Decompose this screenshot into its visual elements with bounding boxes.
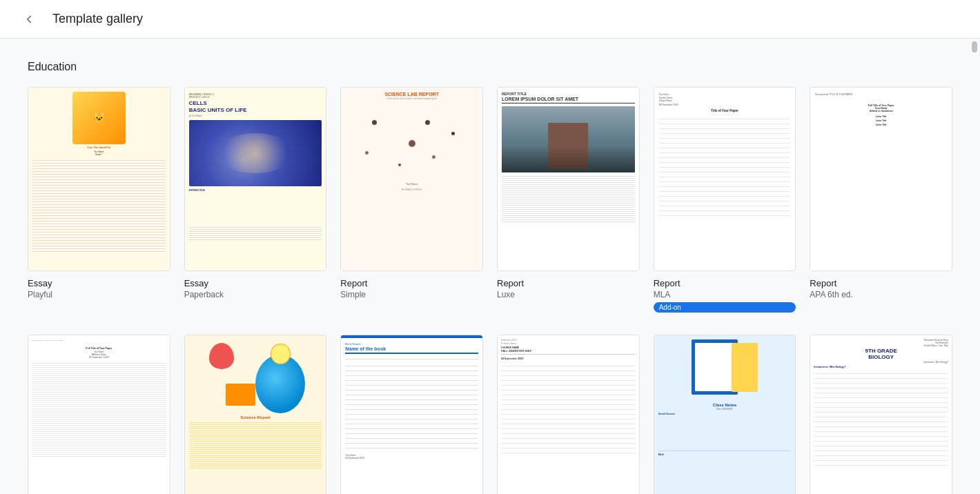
- template-card-report-apa6[interactable]: Running head: TITLE OF YOUR PAPER Full T…: [810, 87, 952, 313]
- template-sub: Luxe: [497, 290, 640, 299]
- template-card-report-luxe[interactable]: REPORT TITLE LOREM IPSUM DOLOR SIT AMET …: [497, 87, 640, 313]
- thumbnail-classnotes-paperback: Brookside School for BoysFall SemesterSt…: [810, 335, 952, 494]
- template-name: Report: [810, 278, 952, 288]
- add-on-badge: Add-on: [654, 302, 796, 313]
- template-name: Report: [340, 278, 483, 288]
- template-card-classnotes-playful[interactable]: Class Notes Date: 09/09/20XX Social Scie…: [654, 335, 796, 494]
- education-row-1: 🐱 Cat: The Ideal Pet Your NameGrade 7 Es…: [28, 87, 952, 313]
- template-card-classnotes-luxe[interactable]: September 20XXProfessor Name COURSE NAME…: [497, 335, 640, 494]
- back-icon: [23, 13, 35, 26]
- template-sub: Paperback: [184, 290, 327, 299]
- template-sub: Playful: [28, 290, 170, 299]
- education-row-2: Running head: TITLE OF YOUR PAPER Full T…: [28, 335, 952, 494]
- template-sub: APA 6th ed.: [810, 290, 952, 299]
- thumbnail-report-playful: Science Report: [184, 335, 327, 494]
- template-name: Report: [654, 278, 796, 288]
- template-card-book-report[interactable]: Book Report Name of the book Your Name 6…: [340, 335, 483, 494]
- back-button[interactable]: [17, 7, 41, 32]
- template-name: Essay: [184, 278, 327, 288]
- thumbnail-report-apa7: Running head: TITLE OF YOUR PAPER Full T…: [28, 335, 170, 494]
- thumbnail-report-mla: Your NameTeacher NameSubject Name DD Sep…: [654, 87, 796, 271]
- template-card-classnotes-paperback[interactable]: Brookside School for BoysFall SemesterSt…: [810, 335, 952, 494]
- template-card-report-apa7[interactable]: Running head: TITLE OF YOUR PAPER Full T…: [28, 335, 170, 494]
- header: Template gallery: [0, 0, 980, 39]
- template-card-report-simple[interactable]: SCIENCE LAB REPORT Lorem ipsum dolor sit…: [340, 87, 483, 313]
- thumbnail-essay-playful: 🐱 Cat: The Ideal Pet Your NameGrade 7: [28, 87, 170, 271]
- main-content: Education 🐱 Cat: The Ideal Pet Your Name…: [0, 39, 980, 494]
- template-card-essay-paperback[interactable]: BENJAMIN: PERIOD 4PRODUCT: CELLS CellsBa…: [184, 87, 327, 313]
- thumbnail-classnotes-playful: Class Notes Date: 09/09/20XX Social Scie…: [654, 335, 796, 494]
- thumbnail-book-report: Book Report Name of the book Your Name 6…: [340, 335, 483, 494]
- template-card-report-playful[interactable]: Science Report Report Playful: [184, 335, 327, 494]
- thumbnail-report-simple: SCIENCE LAB REPORT Lorem ipsum dolor sit…: [340, 87, 483, 271]
- thumbnail-classnotes-luxe: September 20XXProfessor Name COURSE NAME…: [497, 335, 640, 494]
- template-name: Report: [497, 278, 640, 288]
- template-name: Essay: [28, 278, 170, 288]
- thumbnail-report-apa6: Running head: TITLE OF YOUR PAPER Full T…: [810, 87, 952, 271]
- cat-image: 🐱: [72, 92, 126, 144]
- thumbnail-essay-paperback: BENJAMIN: PERIOD 4PRODUCT: CELLS CellsBa…: [184, 87, 327, 271]
- education-section: Education 🐱 Cat: The Ideal Pet Your Name…: [28, 61, 952, 494]
- template-card-essay-playful[interactable]: 🐱 Cat: The Ideal Pet Your NameGrade 7 Es…: [28, 87, 170, 313]
- template-card-report-mla[interactable]: Your NameTeacher NameSubject Name DD Sep…: [654, 87, 796, 313]
- page-title: Template gallery: [52, 12, 143, 26]
- scroll-indicator[interactable]: [972, 41, 977, 52]
- template-sub: Simple: [340, 290, 483, 299]
- template-sub: MLA: [654, 290, 796, 299]
- thumbnail-report-luxe: REPORT TITLE LOREM IPSUM DOLOR SIT AMET: [497, 87, 640, 271]
- education-section-title: Education: [28, 61, 952, 73]
